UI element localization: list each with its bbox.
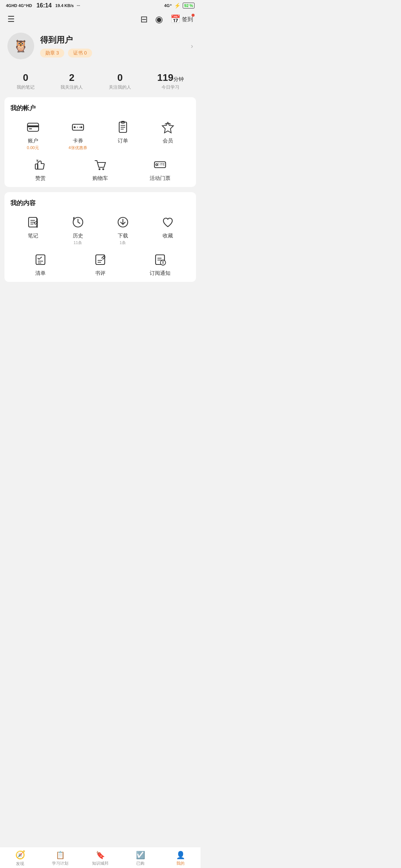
status-left: 4GHD 4G⁺HD 16:14 19.4 KB/s ··· — [6, 2, 80, 9]
stat-followers[interactable]: 0 关注我的人 — [109, 72, 131, 91]
badge-row: 勋章 3 证书 0 — [40, 49, 185, 57]
note-item[interactable]: 笔记 — [10, 214, 55, 246]
sign-dot — [192, 14, 195, 17]
review-icon — [92, 251, 108, 268]
calendar-icon: 📅 — [170, 14, 180, 24]
account-item[interactable]: 账户 0.00元 — [10, 119, 55, 151]
bolt-icon: ⚡ — [174, 3, 180, 9]
stat-followers-num: 0 — [109, 72, 131, 83]
cert-badge[interactable]: 证书 0 — [68, 49, 92, 57]
stat-notes[interactable]: 0 我的笔记 — [17, 72, 35, 91]
stat-study-unit: 分钟 — [173, 76, 184, 82]
data-speed: 19.4 KB/s — [55, 3, 74, 8]
download-sub: 1条 — [120, 240, 126, 246]
order-icon — [115, 119, 131, 135]
top-nav-right: ⊟ ◉ 📅 签到 — [140, 14, 193, 24]
profile-section: 🦉 得到用户 勋章 3 证书 0 › — [0, 29, 200, 67]
download-item[interactable]: 下载 1条 — [100, 214, 145, 246]
order-label: 订单 — [118, 138, 128, 144]
top-nav: ☰ ⊟ ◉ 📅 签到 — [0, 10, 200, 29]
content-row2: 清单 书评 — [10, 251, 190, 277]
stat-following-num: 2 — [61, 72, 83, 83]
ticket-item[interactable]: ITE 活动门票 — [130, 157, 190, 182]
svg-point-17 — [102, 168, 104, 170]
svg-point-16 — [98, 168, 100, 170]
menu-icon[interactable]: ☰ — [7, 14, 15, 24]
history-item[interactable]: 历史 11条 — [55, 214, 100, 246]
history-label: 历史 — [73, 233, 83, 239]
stats-row: 0 我的笔记 2 我关注的人 0 关注我的人 119分钟 今日学习 — [0, 67, 200, 97]
target-icon[interactable]: ◉ — [155, 14, 163, 24]
history-sub: 11条 — [74, 240, 82, 246]
content-row1: 笔记 历史 11条 — [10, 214, 190, 246]
medal-badge[interactable]: 勋章 3 — [40, 49, 64, 57]
coupon-sub: 4张优惠券 — [68, 145, 87, 151]
network-indicator: 4GHD 4G⁺HD — [6, 3, 32, 8]
vip-label: 会员 — [163, 138, 173, 144]
svg-rect-2 — [29, 128, 32, 129]
praise-icon: ¥ — [32, 157, 49, 173]
checklist-label: 清单 — [35, 270, 46, 277]
favorite-item[interactable]: 收藏 — [145, 214, 190, 246]
ticket-label: 活动门票 — [150, 175, 170, 182]
stat-following[interactable]: 2 我关注的人 — [61, 72, 83, 91]
cart-item[interactable]: 购物车 — [70, 157, 130, 182]
svg-rect-14 — [35, 164, 38, 169]
stat-study-num: 119分钟 — [157, 72, 183, 83]
account-label: 账户 — [28, 138, 38, 144]
svg-text:¥: ¥ — [36, 159, 38, 162]
note-label: 笔记 — [28, 233, 38, 239]
my-content-title: 我的内容 — [10, 199, 190, 207]
favorite-label: 收藏 — [163, 233, 173, 239]
my-content-card: 我的内容 笔记 — [4, 192, 196, 282]
review-label: 书评 — [95, 270, 105, 277]
notify-item[interactable]: 订阅通知 — [130, 251, 190, 277]
cart-icon — [92, 157, 108, 173]
time-display: 16:14 — [36, 2, 52, 9]
order-item[interactable]: 订单 — [100, 119, 145, 151]
dots: ··· — [77, 3, 80, 8]
stat-notes-label: 我的笔记 — [17, 84, 35, 91]
vip-icon — [160, 119, 176, 135]
praise-item[interactable]: ¥ 赞赏 — [10, 157, 70, 182]
vip-item[interactable]: 会员 — [145, 119, 190, 151]
notify-icon — [152, 251, 168, 268]
svg-text:ITE: ITE — [160, 162, 165, 166]
coupon-label: 卡券 — [73, 138, 83, 144]
status-bar: 4GHD 4G⁺HD 16:14 19.4 KB/s ··· 4G⁺ ⚡ 92% — [0, 0, 200, 10]
review-item[interactable]: 书评 — [70, 251, 130, 277]
checklist-item[interactable]: 清单 — [10, 251, 70, 277]
id-card-icon[interactable]: ⊟ — [140, 14, 148, 24]
my-account-card: 我的帐户 账户 0.00元 — [4, 97, 196, 187]
coupon-icon — [70, 119, 86, 135]
profile-arrow-icon[interactable]: › — [191, 42, 193, 50]
svg-point-19 — [156, 164, 158, 166]
svg-rect-1 — [27, 125, 39, 127]
lte-indicator: 4G⁺ — [164, 3, 172, 8]
stat-following-label: 我关注的人 — [61, 84, 83, 91]
coupon-item[interactable]: 卡券 4张优惠券 — [55, 119, 100, 151]
account-row1: 账户 0.00元 卡券 4张优惠券 — [10, 119, 190, 151]
svg-point-38 — [163, 263, 163, 264]
sign-in-button[interactable]: 📅 签到 — [170, 14, 193, 24]
avatar[interactable]: 🦉 — [7, 33, 34, 59]
account-sub: 0.00元 — [27, 145, 39, 151]
profile-name: 得到用户 — [40, 34, 185, 46]
battery-indicator: 92% — [183, 3, 195, 9]
stat-study[interactable]: 119分钟 今日学习 — [157, 72, 183, 91]
sign-label: 签到 — [182, 16, 193, 23]
status-right: 4G⁺ ⚡ 92% — [164, 3, 195, 9]
ticket-icon: ITE — [152, 157, 168, 173]
history-icon — [70, 214, 86, 230]
stat-study-label: 今日学习 — [157, 84, 183, 91]
my-account-title: 我的帐户 — [10, 104, 190, 112]
profile-info: 得到用户 勋章 3 证书 0 — [40, 34, 185, 57]
cart-label: 购物车 — [92, 175, 108, 182]
download-icon — [115, 214, 131, 230]
favorite-icon — [160, 214, 176, 230]
download-label: 下载 — [118, 233, 128, 239]
account-icon — [25, 119, 41, 135]
note-icon — [25, 214, 41, 230]
checklist-icon — [32, 251, 49, 268]
account-row2: ¥ 赞赏 购物车 — [10, 157, 190, 182]
